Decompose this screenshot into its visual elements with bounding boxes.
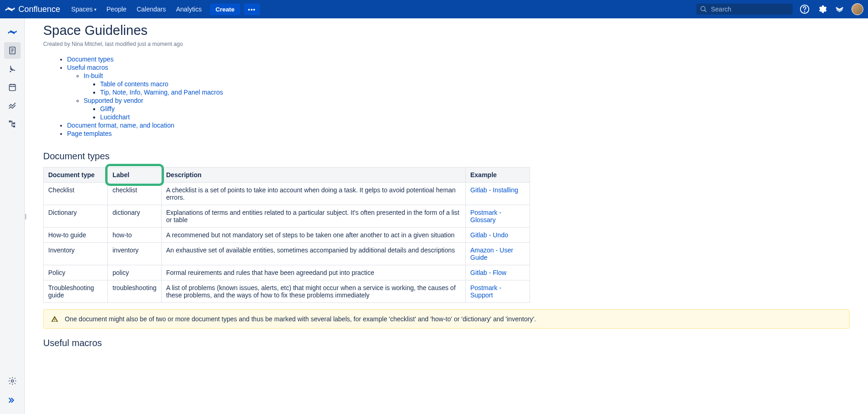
table-row: InventoryinventoryAn exhaustive set of a… <box>44 243 530 265</box>
cell-type: Checklist <box>44 183 108 205</box>
toc-link[interactable]: Lucidchart <box>100 113 130 121</box>
cell-type: How-to guide <box>44 228 108 243</box>
table-row: PolicypolicyFormal reuirements and rules… <box>44 265 530 280</box>
nav-spaces[interactable]: Spaces▾ <box>67 3 101 16</box>
cell-type: Inventory <box>44 243 108 265</box>
rail-space-logo[interactable] <box>4 24 21 40</box>
svg-point-15 <box>11 380 13 382</box>
document-types-table: Document type Label Description Example … <box>43 167 530 303</box>
layout: || Space Guidelines Created by Nina Mitc… <box>0 18 868 414</box>
cell-desc: Formal reuirements and rules that have b… <box>161 265 465 280</box>
svg-point-0 <box>701 6 705 11</box>
more-button[interactable]: ••• <box>244 4 260 15</box>
page-byline: Created by Nina Mitchel, last modified j… <box>43 41 850 47</box>
cell-type: Policy <box>44 265 108 280</box>
th-document-type: Document type <box>44 168 108 183</box>
avatar[interactable] <box>851 3 863 15</box>
confluence-logo-icon <box>5 4 16 15</box>
table-row: ChecklistchecklistA checklist is a set o… <box>44 183 530 205</box>
example-link[interactable]: Postmark - Support <box>470 284 502 299</box>
chevron-down-icon: ▾ <box>94 7 96 12</box>
cell-desc: Explanations of terms and entities relat… <box>161 205 465 228</box>
table-row: Troubleshooting guidetroubleshootingA li… <box>44 280 530 303</box>
cell-type: Dictionary <box>44 205 108 228</box>
section-useful-macros: Useful macros <box>43 338 850 348</box>
notification-icon[interactable] <box>834 4 845 15</box>
cell-type: Troubleshooting guide <box>44 280 108 303</box>
cell-example: Amazon - User Guide <box>466 243 530 265</box>
cell-example: Gitlab - Flow <box>466 265 530 280</box>
toc-link[interactable]: Useful macros <box>67 64 108 71</box>
rail-tree-icon[interactable] <box>4 116 21 132</box>
nav-right <box>696 3 863 15</box>
nav-analytics[interactable]: Analytics <box>171 3 206 16</box>
cell-label: dictionary <box>108 205 162 228</box>
rail-pages-icon[interactable] <box>4 42 21 59</box>
th-description: Description <box>161 168 465 183</box>
cell-desc: An exhaustive set of available entities,… <box>161 243 465 265</box>
toc-link[interactable]: Tip, Note, Info, Warning, and Panel macr… <box>100 89 223 96</box>
nav-links: Spaces▾ People Calendars Analytics Creat… <box>67 3 260 16</box>
left-rail: || <box>0 18 25 414</box>
toc-link[interactable]: Table of contents macro <box>100 80 169 88</box>
svg-rect-14 <box>13 125 15 127</box>
warning-icon <box>51 315 58 323</box>
table-of-contents: Document types Useful macros In-built Ta… <box>58 56 850 137</box>
note-text: One document might also be of two or mor… <box>65 315 536 323</box>
create-button[interactable]: Create <box>210 4 240 15</box>
th-example: Example <box>466 168 530 183</box>
table-row: DictionarydictionaryExplanations of term… <box>44 205 530 228</box>
nav-calendars[interactable]: Calendars <box>132 3 170 16</box>
example-link[interactable]: Gitlab - Installing <box>470 186 518 194</box>
cell-example: Gitlab - Installing <box>466 183 530 205</box>
cell-example: Postmark - Support <box>466 280 530 303</box>
toc-link[interactable]: Supported by vendor <box>84 97 143 104</box>
cell-label: inventory <box>108 243 162 265</box>
rail-calendar-icon[interactable] <box>4 79 21 95</box>
example-link[interactable]: Gitlab - Flow <box>470 269 507 276</box>
search-icon <box>700 6 707 13</box>
rail-resize-handle[interactable]: || <box>25 213 26 219</box>
cell-label: checklist <box>108 183 162 205</box>
toc-link[interactable]: Gliffy <box>100 105 115 112</box>
th-label: Label <box>108 168 162 183</box>
toc-link[interactable]: Document types <box>67 56 113 63</box>
toc-link[interactable]: Page templates <box>67 130 112 137</box>
cell-label: troubleshooting <box>108 280 162 303</box>
cell-example: Gitlab - Undo <box>466 228 530 243</box>
logo[interactable]: Confluence <box>5 4 60 15</box>
svg-rect-13 <box>13 123 15 124</box>
nav-people[interactable]: People <box>102 3 131 16</box>
product-name: Confluence <box>18 5 60 14</box>
section-document-types: Document types <box>43 151 850 162</box>
top-nav: Confluence Spaces▾ People Calendars Anal… <box>0 0 868 18</box>
example-link[interactable]: Amazon - User Guide <box>470 246 513 261</box>
rail-blog-icon[interactable] <box>4 61 21 77</box>
search-box[interactable] <box>696 4 793 15</box>
svg-line-1 <box>705 10 706 12</box>
page-title: Space Guidelines <box>43 23 850 38</box>
cell-label: how-to <box>108 228 162 243</box>
cell-desc: A recommened but not mandatory set of st… <box>161 228 465 243</box>
note-panel: One document might also be of two or mor… <box>43 309 850 329</box>
rail-expand-icon[interactable] <box>4 392 21 408</box>
svg-rect-8 <box>9 84 15 90</box>
svg-point-3 <box>805 11 805 12</box>
gear-icon[interactable] <box>817 4 828 15</box>
svg-rect-12 <box>9 121 11 123</box>
rail-settings-icon[interactable] <box>4 373 21 389</box>
cell-desc: A checklist is a set of points to take i… <box>161 183 465 205</box>
toc-link[interactable]: Document format, name, and location <box>67 122 174 129</box>
toc-link[interactable]: In-built <box>84 72 103 79</box>
cell-label: policy <box>108 265 162 280</box>
example-link[interactable]: Gitlab - Undo <box>470 231 508 239</box>
page-content: Space Guidelines Created by Nina Mitchel… <box>25 18 868 414</box>
search-input[interactable] <box>711 6 789 13</box>
help-icon[interactable] <box>799 4 810 15</box>
rail-analytics-icon[interactable] <box>4 97 21 114</box>
cell-desc: A list of problems (known issues, alerts… <box>161 280 465 303</box>
table-row: How-to guidehow-toA recommened but not m… <box>44 228 530 243</box>
example-link[interactable]: Postmark - Glossary <box>470 209 502 224</box>
cell-example: Postmark - Glossary <box>466 205 530 228</box>
